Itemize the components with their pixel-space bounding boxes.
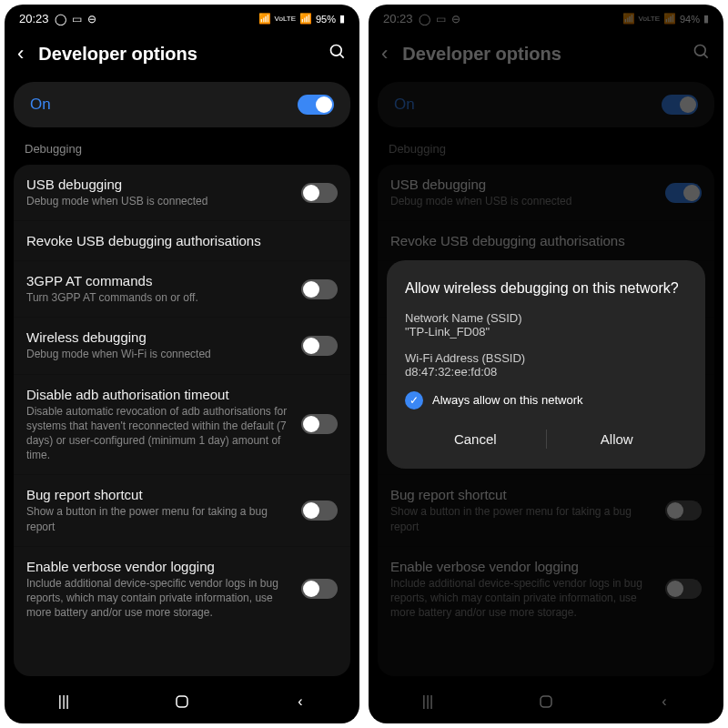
svg-line-1 <box>340 54 344 57</box>
back-button[interactable]: ‹ <box>289 691 311 713</box>
row-title: Enable verbose vendor logging <box>26 559 290 574</box>
row-subtitle: Turn 3GPP AT commands on or off. <box>26 290 290 305</box>
battery-icon: ▮ <box>339 13 345 25</box>
battery-pct: 95% <box>316 14 336 25</box>
row-subtitle: Include additional device-specific vendo… <box>26 576 290 621</box>
row-toggle[interactable] <box>301 279 338 299</box>
message-icon: ▭ <box>72 13 82 25</box>
row-title: Revoke USB debugging authorisations <box>26 233 338 248</box>
row-toggle[interactable] <box>301 414 338 434</box>
volte-label: VoLTE <box>275 15 296 23</box>
setting-row[interactable]: 3GPP AT commandsTurn 3GPP AT commands on… <box>14 261 350 318</box>
row-subtitle: Debug mode when USB is connected <box>26 194 290 208</box>
dnd-icon: ⊖ <box>87 13 96 25</box>
row-subtitle: Disable automatic revocation of adb auth… <box>26 404 290 463</box>
row-title: 3GPP AT commands <box>26 273 290 288</box>
section-header: Debugging <box>5 140 359 165</box>
row-subtitle: Debug mode when Wi-Fi is connected <box>26 347 290 361</box>
setting-row[interactable]: USB debuggingDebug mode when USB is conn… <box>14 165 350 221</box>
ssid-label: Network Name (SSID) <box>405 311 687 325</box>
status-time: 20:23 <box>19 12 49 25</box>
allow-button[interactable]: Allow <box>547 419 688 460</box>
bssid-label: Wi-Fi Address (BSSID) <box>405 351 687 365</box>
nav-bar: ||| ‹ <box>5 676 359 723</box>
setting-row[interactable]: Revoke USB debugging authorisations <box>14 221 350 261</box>
svg-rect-2 <box>177 696 187 707</box>
always-allow-label: Always allow on this network <box>432 393 582 407</box>
wireless-debugging-dialog: Allow wireless debugging on this network… <box>387 260 705 469</box>
row-title: Bug report shortcut <box>26 487 290 502</box>
setting-row[interactable]: Bug report shortcutShow a button in the … <box>14 475 350 546</box>
home-button[interactable] <box>171 691 193 713</box>
dialog-title: Allow wireless debugging on this network… <box>405 280 687 297</box>
wifi-icon: 📶 <box>258 13 271 25</box>
master-toggle-card[interactable]: On <box>14 82 350 127</box>
status-bar: 20:23 ◯ ▭ ⊖ 📶 VoLTE 📶 95% ▮ <box>5 5 359 29</box>
setting-row[interactable]: Wireless debuggingDebug mode when Wi-Fi … <box>14 318 350 374</box>
row-subtitle: Show a button in the power menu for taki… <box>26 504 290 533</box>
row-toggle[interactable] <box>301 183 338 203</box>
row-title: Wireless debugging <box>26 329 290 345</box>
ssid-value: "TP-Link_FD08" <box>405 325 687 339</box>
back-icon[interactable]: ‹ <box>17 42 24 66</box>
master-toggle-label: On <box>30 96 51 114</box>
page-title: Developer options <box>38 44 314 65</box>
row-title: Disable adb authorisation timeout <box>26 387 290 402</box>
header: ‹ Developer options <box>5 29 359 78</box>
search-icon[interactable] <box>329 43 347 66</box>
row-toggle[interactable] <box>301 336 338 356</box>
signal-icon: 📶 <box>299 13 312 25</box>
master-toggle[interactable] <box>298 95 334 115</box>
row-toggle[interactable] <box>301 579 338 599</box>
settings-list: USB debuggingDebug mode when USB is conn… <box>14 165 350 676</box>
phone-left: 20:23 ◯ ▭ ⊖ 📶 VoLTE 📶 95% ▮ ‹ Developer … <box>5 5 359 723</box>
cancel-button[interactable]: Cancel <box>405 419 546 460</box>
bssid-value: d8:47:32:ee:fd:08 <box>405 365 687 379</box>
row-title: USB debugging <box>26 177 290 192</box>
whatsapp-icon: ◯ <box>55 13 66 25</box>
setting-row[interactable]: Disable adb authorisation timeoutDisable… <box>14 375 350 476</box>
dialog-overlay: Allow wireless debugging on this network… <box>369 5 723 723</box>
setting-row[interactable]: Enable verbose vendor loggingInclude add… <box>14 547 350 632</box>
check-icon: ✓ <box>405 391 423 410</box>
row-toggle[interactable] <box>301 500 338 521</box>
always-allow-checkbox[interactable]: ✓ Always allow on this network <box>405 391 687 410</box>
svg-point-0 <box>331 45 342 56</box>
phone-right: 20:23 ◯ ▭ ⊖ 📶 VoLTE 📶 94% ▮ ‹ Developer … <box>369 5 723 723</box>
recents-button[interactable]: ||| <box>53 691 75 713</box>
